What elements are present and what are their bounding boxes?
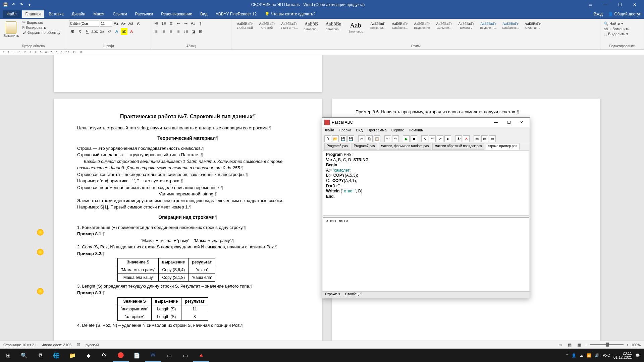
shading-icon[interactable]: ◪	[190, 28, 197, 35]
pascal-tab[interactable]: массив обратный порядок.pas	[432, 143, 484, 150]
show-marks-icon[interactable]: ¶	[197, 20, 204, 27]
find-button[interactable]: 🔍 Найти ▾	[604, 21, 640, 26]
strike-icon[interactable]: abc	[91, 28, 98, 35]
pascal-tab[interactable]: массив, формиров random.pas	[379, 143, 431, 150]
clock-date[interactable]: 01.12.2021	[613, 355, 632, 359]
pascal-tab[interactable]: Program7.pas	[352, 143, 377, 150]
zoom-level[interactable]: 100%	[631, 343, 641, 347]
step-into-icon[interactable]: ↘	[421, 135, 428, 142]
undo-icon[interactable]: ↶	[11, 2, 16, 7]
watch-icon[interactable]: 👁	[455, 135, 462, 142]
pascal-menu-program[interactable]: Программа	[367, 128, 387, 133]
font-name-combo[interactable]	[69, 20, 99, 27]
style-item[interactable]: АаБбВвГгСильное...	[434, 21, 454, 33]
font-size-combo[interactable]	[100, 20, 112, 27]
language-indicator[interactable]: русский	[86, 343, 99, 347]
highlight-icon[interactable]: ab	[121, 28, 127, 35]
network-icon[interactable]: 📶	[587, 353, 591, 358]
cut-icon[interactable]: ✂	[358, 135, 365, 142]
language-tray[interactable]: РУС	[603, 353, 610, 357]
tray-chevron-icon[interactable]: ˄	[566, 353, 568, 358]
numbering-icon[interactable]: 1≡	[160, 20, 167, 27]
align-center-icon[interactable]: ≡	[160, 28, 167, 35]
align-right-icon[interactable]: ≡	[168, 28, 174, 35]
read-mode-icon[interactable]: ▭	[557, 342, 564, 348]
redo-icon[interactable]: ↷	[19, 2, 24, 7]
clock-time[interactable]: 20:11	[613, 351, 632, 355]
tab-design[interactable]: Дизайн	[68, 10, 89, 18]
format-painter-button[interactable]: 🖌 Формат по образцу	[22, 31, 61, 35]
borders-icon[interactable]: ⊞	[197, 28, 204, 35]
people-icon[interactable]: 👤	[572, 353, 576, 358]
edge-icon[interactable]: 🌐	[48, 349, 64, 362]
italic-icon[interactable]: К	[76, 28, 83, 35]
select-button[interactable]: ⬚ Выделить ▾	[604, 32, 640, 36]
sort-icon[interactable]: A↓	[190, 20, 197, 27]
paste-button[interactable]: Вставить	[2, 20, 20, 39]
justify-icon[interactable]: ≡	[175, 28, 182, 35]
pascal-close-icon[interactable]: ✕	[516, 118, 528, 126]
text-effects-icon[interactable]: A	[113, 28, 120, 35]
notepad-icon[interactable]: 📄	[129, 349, 145, 362]
tell-me[interactable]: 💡 Что вы хотите сделать?	[261, 10, 319, 18]
app2-icon[interactable]: ▭	[161, 349, 177, 362]
style-item[interactable]: АаБбВвГгСлабое в...	[390, 21, 410, 33]
pascal-menu-service[interactable]: Сервис	[391, 128, 404, 133]
new-file-icon[interactable]: 🗋	[324, 135, 331, 142]
store-icon[interactable]: 🛍	[97, 349, 113, 362]
zoom-slider[interactable]	[590, 344, 624, 345]
align-left-icon[interactable]: ≡	[153, 28, 160, 35]
page-indicator[interactable]: Страница: 16 из 21	[3, 343, 36, 347]
delete-icon[interactable]: ✕	[463, 135, 470, 142]
pascal-tab[interactable]: строка пример.pas	[486, 143, 520, 150]
tab-insert[interactable]: Вставка	[45, 10, 67, 18]
chrome-icon[interactable]: 🔴	[113, 349, 129, 362]
pascal-code-editor[interactable]: Program PR8;Var A, B, C, D: STRING;Begin…	[323, 150, 529, 216]
pascal-menu-edit[interactable]: Правка	[339, 128, 351, 133]
file-menu[interactable]: Файл	[3, 10, 21, 18]
pascal-taskbar-icon[interactable]: 🔺	[193, 349, 209, 362]
spell-icon[interactable]: ☑	[77, 343, 80, 347]
horizontal-ruler[interactable]: 2 · · 1 · · · · · · 1 · · 2 · · 3 · · 4 …	[0, 50, 644, 55]
app1-icon[interactable]: ◆	[80, 349, 97, 362]
style-item[interactable]: AabЗаголовок	[345, 21, 366, 33]
style-item[interactable]: АаБбВвГгСлабая сс...	[500, 21, 521, 33]
tab-mailings[interactable]: Рассылки	[131, 10, 156, 18]
pascal-menu-file[interactable]: Файл	[325, 128, 334, 133]
notifications-icon[interactable]: 💬	[635, 353, 640, 358]
explorer-icon[interactable]: 📁	[64, 349, 80, 362]
style-item[interactable]: АаБбВвГгЦитата 2	[456, 21, 476, 33]
tab-home[interactable]: Главная	[22, 10, 44, 18]
style-item[interactable]: АаБбВвГгСтрогий	[257, 21, 277, 33]
style-item[interactable]: АаБбВвЗаголово...	[323, 21, 343, 33]
pascal-menu-help[interactable]: Помощь	[409, 128, 423, 133]
step-out-icon[interactable]: ↗	[437, 135, 443, 142]
word-icon[interactable]: W	[145, 349, 161, 362]
task-view-icon[interactable]: ⧉	[32, 349, 48, 362]
onedrive-icon[interactable]: ☁	[580, 353, 583, 358]
save-file-icon[interactable]: 💾	[340, 135, 346, 142]
stop-icon[interactable]: ⏹	[411, 135, 417, 142]
word-count[interactable]: Число слов: 3105	[42, 343, 71, 347]
minimize-icon[interactable]: —	[598, 0, 612, 9]
indent-icon[interactable]: ⇥	[182, 20, 189, 27]
save-icon[interactable]: 💾	[3, 2, 8, 7]
replace-button[interactable]: ab→ Заменить	[604, 27, 640, 31]
font-color-icon[interactable]: A	[128, 28, 135, 35]
multilevel-icon[interactable]: ≣	[168, 20, 174, 27]
tab-layout[interactable]: Макет	[90, 10, 108, 18]
style-item[interactable]: АаБбВвГгВыделенн...	[478, 21, 498, 33]
underline-icon[interactable]: Ч	[84, 28, 91, 35]
bold-icon[interactable]: Ж	[69, 28, 76, 35]
tab-review[interactable]: Рецензирование	[158, 10, 196, 18]
close-icon[interactable]: ✕	[628, 0, 641, 9]
app3-icon[interactable]: ▭	[177, 349, 193, 362]
ribbon-display-icon[interactable]: ▭	[584, 0, 597, 9]
pascal-minimize-icon[interactable]: —	[490, 118, 502, 126]
undo-icon[interactable]: ↶	[384, 135, 391, 142]
line-spacing-icon[interactable]: ↕≡	[182, 28, 189, 35]
qat-customize-icon[interactable]: ▾	[27, 2, 32, 7]
subscript-icon[interactable]: x₂	[99, 28, 105, 35]
login-link[interactable]: Вход	[594, 12, 603, 16]
style-item[interactable]: АаБбВвГгВыделение	[412, 21, 432, 33]
